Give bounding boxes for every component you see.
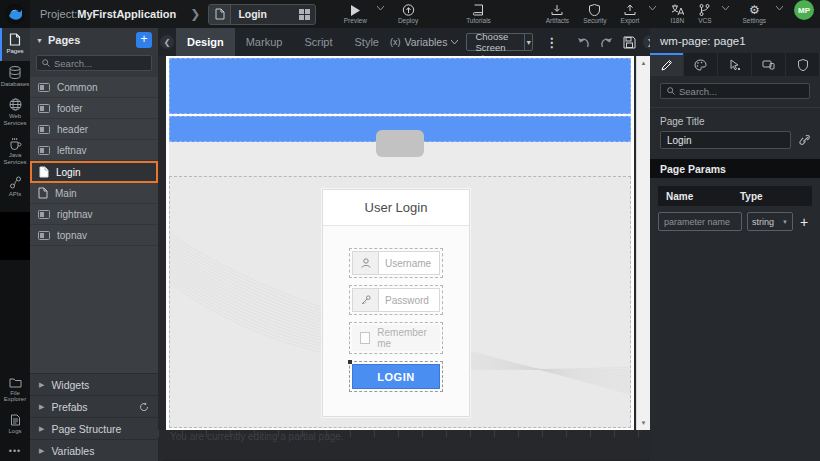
pages-panel: ▼ Pages + Search... Common footer header (30, 28, 158, 461)
accordion-widgets[interactable]: ▶ Widgets (30, 373, 158, 395)
tab-markup[interactable]: Markup (235, 28, 294, 56)
variables-icon: (x) (390, 37, 401, 47)
rail-item-apis[interactable]: APIs (0, 171, 30, 204)
scroll-down-icon[interactable]: ▼ (637, 416, 650, 430)
page-params-section-header[interactable]: Page Params (650, 159, 820, 178)
logo-placeholder[interactable] (376, 130, 424, 157)
rail-item-pages[interactable]: Pages (0, 28, 30, 61)
remember-checkbox[interactable] (360, 332, 370, 344)
partial-icon (38, 146, 50, 155)
login-button-outline: LOGIN (349, 361, 443, 392)
rail-more-button[interactable]: ••• (0, 440, 30, 461)
page-item-header[interactable]: header (30, 119, 158, 140)
collapse-left-panel-button[interactable]: ❮ (160, 35, 174, 49)
password-input[interactable] (378, 288, 440, 312)
accordion-variables[interactable]: ▶ Variables (30, 439, 158, 461)
tutorials-button[interactable]: Tutorials (459, 0, 498, 28)
bind-link-icon[interactable] (799, 135, 810, 146)
expand-chevron-icon: ▶ (39, 425, 44, 433)
tab-properties[interactable] (650, 53, 684, 76)
project-label: Project:MyFirstApplication (40, 8, 176, 20)
settings-chevron-icon[interactable] (769, 0, 790, 22)
play-icon (349, 5, 361, 16)
page-content-area[interactable]: User Login (169, 176, 631, 428)
design-surface[interactable]: User Login (166, 56, 634, 430)
i18n-button[interactable]: I18N (663, 0, 691, 28)
username-input[interactable] (378, 251, 440, 275)
export-chevron-icon[interactable] (642, 0, 663, 22)
page-item-rightnav[interactable]: rightnav (30, 204, 158, 225)
accordion-prefabs[interactable]: ▶ Prefabs (30, 395, 158, 417)
remember-widget-outline[interactable]: Remember me (349, 322, 443, 354)
rail-item-java-services[interactable]: Java Services (0, 132, 30, 171)
pages-search-input[interactable]: Search... (36, 55, 152, 71)
topbar-right-actions: Artifacts Security Export I18N VCS ⚙ (539, 0, 820, 28)
page-item-login[interactable]: Login (30, 161, 158, 183)
branch-icon (699, 4, 710, 16)
shield-icon (589, 4, 600, 16)
tab-style[interactable]: Style (344, 28, 390, 56)
deploy-button[interactable]: Deploy (391, 0, 425, 28)
app-logo[interactable] (0, 0, 30, 28)
rail-item-file-explorer[interactable]: File Explorer (0, 372, 30, 409)
page-item-footer[interactable]: footer (30, 98, 158, 119)
properties-panel: wm-page: page1 Search... Page Title (650, 28, 820, 461)
gear-icon: ⚙ (749, 4, 760, 16)
expand-chevron-icon: ▶ (39, 403, 44, 411)
accordion-page-structure[interactable]: ▶ Page Structure (30, 417, 158, 439)
security-button[interactable]: Security (576, 0, 613, 28)
settings-button[interactable]: ⚙ Settings (736, 0, 774, 28)
tab-events[interactable] (718, 53, 752, 76)
password-widget-outline[interactable] (349, 285, 443, 315)
tab-styles[interactable] (684, 53, 718, 76)
scroll-up-icon[interactable]: ▲ (637, 56, 650, 70)
screen-size-select[interactable]: -- Choose Screen Size -- ▼ (466, 33, 533, 51)
deploy-icon (402, 4, 415, 16)
collapse-chevron-icon[interactable]: ▼ (36, 37, 43, 44)
username-widget-outline[interactable] (349, 248, 443, 278)
canvas-vertical-scrollbar[interactable]: ▲ ▼ (636, 56, 650, 430)
page-item-leftnav[interactable]: leftnav (30, 140, 158, 161)
rail-item-logs[interactable]: Logs (0, 409, 30, 441)
variables-dropdown[interactable]: (x) Variables (390, 36, 459, 48)
api-icon (9, 176, 22, 189)
canvas-bottom-ruler: You are currently editing a partial page… (158, 430, 650, 446)
param-name-input[interactable] (658, 212, 742, 231)
tab-design[interactable]: Design (176, 28, 235, 56)
breadcrumb-chevron-icon: ❯ (190, 7, 200, 21)
tab-security[interactable] (786, 53, 820, 76)
properties-search-input[interactable]: Search... (660, 83, 810, 99)
open-page-tab[interactable]: Login (208, 4, 316, 25)
user-avatar[interactable]: MP (794, 0, 814, 20)
param-type-select[interactable]: string ▼ (747, 212, 793, 231)
globe-icon (9, 98, 22, 111)
partial-icon (38, 125, 50, 134)
add-param-button[interactable]: + (798, 214, 810, 230)
page-title-input[interactable] (660, 131, 791, 149)
tab-script[interactable]: Script (293, 28, 343, 56)
refresh-icon[interactable] (139, 402, 149, 412)
vcs-chevron-icon[interactable] (715, 0, 736, 22)
page-item-topnav[interactable]: topnav (30, 225, 158, 246)
login-button[interactable]: LOGIN (352, 364, 440, 389)
login-card-title: User Login (323, 190, 469, 226)
header-widget-top[interactable] (169, 58, 631, 114)
save-button[interactable] (618, 36, 641, 49)
grid-icon[interactable] (293, 9, 315, 20)
redo-button[interactable] (595, 37, 618, 48)
page-item-common[interactable]: Common (30, 77, 158, 98)
rail-item-web-services[interactable]: Web Services (0, 93, 30, 132)
login-card[interactable]: User Login (322, 189, 470, 417)
preview-chevron-icon[interactable] (370, 0, 391, 22)
cursor-click-icon (729, 59, 741, 71)
artifacts-button[interactable]: Artifacts (539, 0, 576, 28)
more-options-icon[interactable]: ⋮ (539, 35, 564, 50)
tab-devices[interactable] (752, 53, 786, 76)
page-item-main[interactable]: Main (30, 183, 158, 204)
rail-item-databases[interactable]: Databases (0, 61, 30, 94)
add-page-button[interactable]: + (136, 32, 152, 48)
pages-list: Common footer header leftnav Login Main (30, 77, 158, 373)
preview-button[interactable]: Preview (337, 0, 374, 28)
partial-icon (38, 104, 50, 113)
undo-button[interactable] (572, 37, 595, 48)
